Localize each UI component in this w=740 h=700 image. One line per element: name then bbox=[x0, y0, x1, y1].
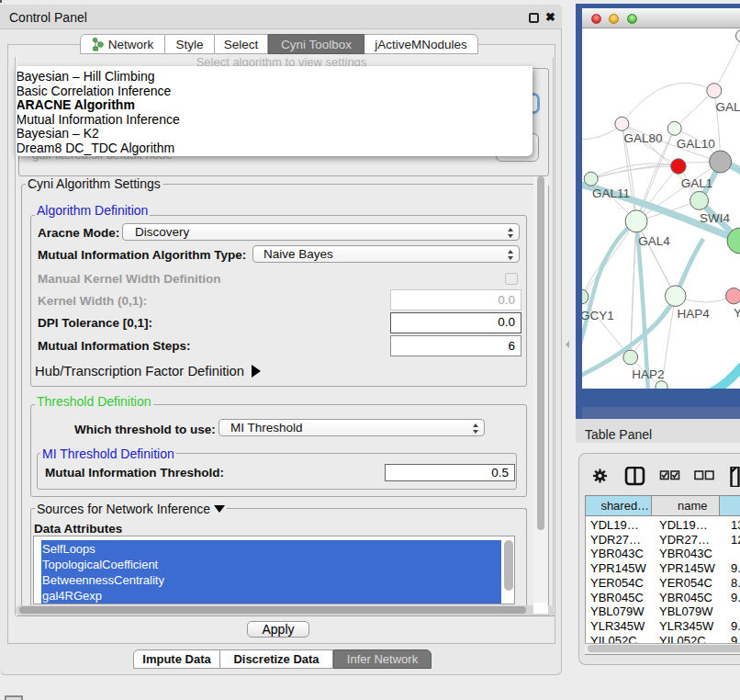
svg-text:GAL80: GAL80 bbox=[623, 131, 662, 145]
svg-text:HAP2: HAP2 bbox=[632, 367, 664, 381]
svg-text:GAL11: GAL11 bbox=[592, 186, 630, 200]
svg-text:GAL10: GAL10 bbox=[677, 137, 715, 151]
svg-text:GAL7: GAL7 bbox=[716, 100, 740, 114]
svg-text:SWI4: SWI4 bbox=[700, 211, 730, 225]
svg-text:Y: Y bbox=[734, 306, 740, 320]
svg-text:GCY1: GCY1 bbox=[582, 309, 614, 322]
svg-text:GAL4: GAL4 bbox=[638, 234, 670, 248]
svg-text:GAL1: GAL1 bbox=[681, 176, 713, 190]
svg-text:HAP4: HAP4 bbox=[678, 307, 711, 321]
